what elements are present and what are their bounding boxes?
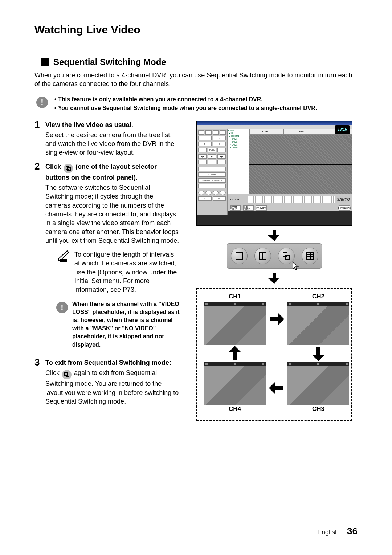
brand-logo: SANYO [337,197,350,201]
nine-view-button[interactable] [302,248,318,264]
layout-selector-strip [227,243,322,269]
cursor-icon [292,262,301,270]
section-heading-text: Sequential Switching Mode [53,57,166,67]
intro-text: When you are connected to a 4-channel DV… [34,71,359,89]
step-number: 1 [34,120,45,129]
caution-icon: ! [36,97,48,108]
channel-4-block: CH4 [204,362,266,414]
sequential-layout-icon [64,164,73,173]
step-2-body: The software switches to Sequential Swit… [45,183,180,245]
arrow-right-icon [268,311,285,327]
step-2-head-pre: Click [45,163,63,170]
arrow-up-icon [226,345,243,362]
page-footer: English 36 [317,526,358,537]
quad-view-button[interactable] [254,248,271,264]
note-text: To configure the length of intervals at … [74,250,180,294]
arrow-down-icon [268,229,281,242]
step-1-head: View the live video as usual. [45,121,133,128]
footer-lang: English [317,529,339,536]
caution-icon: ! [56,302,68,313]
channel-3-label: CH3 [287,405,349,413]
section-heading: Sequential Switching Mode [41,57,359,67]
caution-block: ! This feature is only available when yo… [36,95,359,113]
channel-cycle-diagram: CH1 CH2 [196,288,352,421]
step-3-body: Click again to exit from Sequential Swit… [45,368,180,406]
dvr-label: DVR 1 [249,129,283,135]
page-number: 36 [347,526,358,536]
note-caution-block: ! When there is a channel with a "VIDEO … [56,300,180,349]
step-1: 1 View the live video as usual. Select t… [34,121,180,157]
quad-view [249,135,352,194]
camera-tree: ▸ root ▸ 1F ▸ ROOM1 • CAM1 • CAM2 • CAM3… [228,129,249,194]
arrow-down-icon [310,345,327,362]
channel-2-label: CH2 [287,293,349,300]
page-title: Watching Live Video [34,24,359,40]
caution-item: This feature is only available when you … [54,95,317,104]
heading-bullet [41,58,49,66]
single-view-button[interactable] [231,248,248,264]
step-1-body: Select the desired camera from the tree … [45,131,180,157]
step-3-head: To exit from Sequential Switching mode: [45,359,171,366]
channel-3-block: CH3 [287,362,349,414]
sequential-layout-icon [62,370,72,379]
caution-item: You cannot use Sequential Switching mode… [54,104,317,113]
channel-1-block: CH1 [204,293,266,345]
live-label: LIVE [283,129,318,135]
step-number: 3 [34,358,45,367]
caution-list: This feature is only available when you … [54,95,317,113]
step-number: 2 [34,162,45,171]
clock-display: 13:16 [335,125,350,134]
illustration-stack: 13:16 12 34 FULL ◀◀▶▶▶ ALARM TIME DATE S… [193,121,356,421]
channel-4-label: CH4 [204,405,266,413]
note-icon [56,249,71,263]
step-2: 2 Click (one of the layout selector butt… [34,162,180,353]
control-sidebar: 12 34 FULL ◀◀▶▶▶ ALARM TIME DATE SEARCH [197,129,228,215]
step-2-head: Click (one of the layout selector button… [45,163,157,181]
arrow-left-icon [268,380,285,396]
note-caution-text: When there is a channel with a "VIDEO LO… [72,300,180,349]
note-block: To configure the length of intervals at … [56,249,180,294]
step-3: 3 To exit from Sequential Switching mode… [34,358,180,406]
step-3-body-pre: Click [45,369,61,376]
app-screenshot: 13:16 12 34 FULL ◀◀▶▶▶ ALARM TIME DATE S… [196,121,352,226]
channel-1-label: CH1 [204,293,266,300]
channel-2-block: CH2 [287,293,349,345]
arrow-down-icon [268,272,281,285]
